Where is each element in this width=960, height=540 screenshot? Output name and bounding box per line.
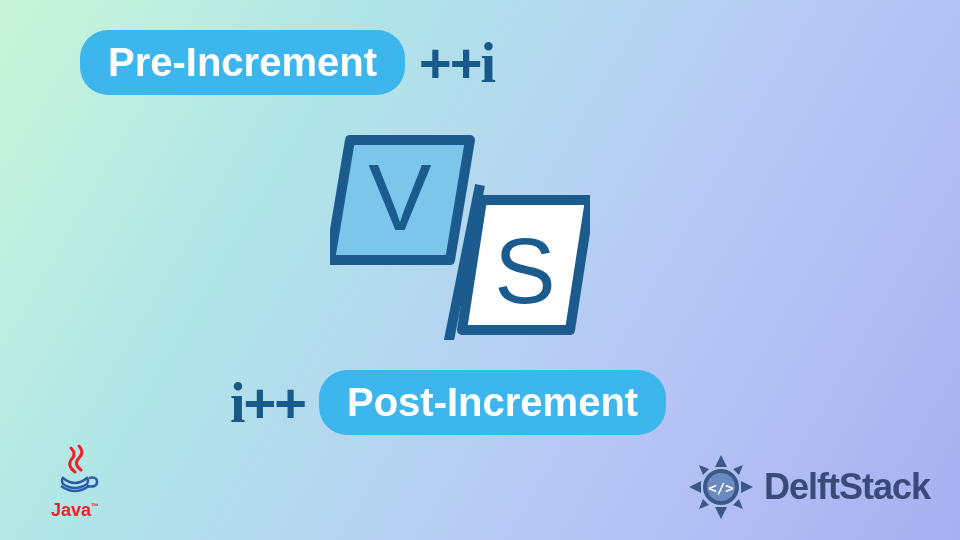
post-increment-row: i++ Post-Increment (230, 370, 666, 435)
svg-marker-4 (715, 507, 727, 519)
pre-increment-pill: Pre-Increment (80, 30, 405, 95)
post-increment-operator: i++ (230, 370, 305, 435)
svg-marker-9 (733, 499, 743, 509)
java-cup-icon (45, 440, 105, 500)
delftstack-text: DelftStack (764, 466, 930, 508)
delftstack-emblem-icon: </> (686, 452, 756, 522)
java-logo: Java™ (30, 440, 120, 530)
java-text: Java™ (51, 500, 99, 521)
post-increment-pill: Post-Increment (319, 370, 666, 435)
pre-increment-row: Pre-Increment ++i (80, 30, 494, 95)
svg-marker-3 (715, 455, 727, 467)
vs-letter-v: V (368, 144, 431, 250)
svg-marker-6 (741, 481, 753, 493)
pre-increment-operator: ++i (419, 30, 494, 95)
svg-text:</>: </> (708, 480, 733, 496)
vs-graphic: V S (330, 130, 590, 340)
svg-marker-10 (699, 499, 709, 509)
delftstack-logo: </> DelftStack (686, 452, 930, 522)
vs-letter-s: S (494, 220, 555, 322)
svg-marker-8 (699, 465, 709, 475)
svg-marker-7 (733, 465, 743, 475)
svg-marker-5 (689, 481, 701, 493)
